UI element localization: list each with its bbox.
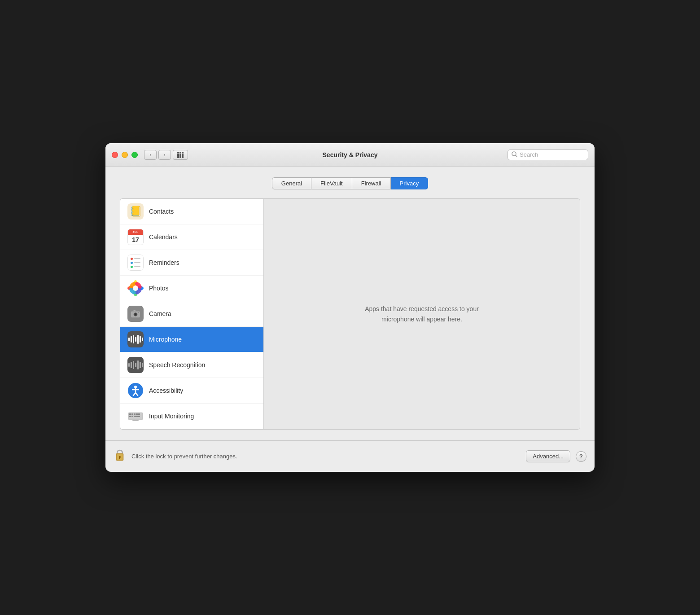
zoom-button[interactable] — [131, 152, 138, 158]
search-icon — [512, 151, 517, 158]
input-label: Input Monitoring — [149, 413, 194, 420]
calendars-icon: JUL 17 — [127, 229, 144, 245]
right-panel: Apps that have requested access to your … — [264, 199, 580, 429]
lock-icon[interactable] — [114, 447, 126, 466]
svg-rect-32 — [138, 416, 140, 417]
lock-text: Click the lock to prevent further change… — [131, 453, 521, 460]
nav-buttons: ‹ › — [144, 150, 171, 160]
grid-button[interactable] — [173, 150, 188, 160]
sidebar-item-photos[interactable]: Photos — [120, 276, 263, 301]
help-button[interactable]: ? — [576, 451, 586, 462]
tab-bar: General FileVault Firewall Privacy — [120, 177, 580, 189]
close-button[interactable] — [112, 152, 118, 158]
sidebar-item-contacts[interactable]: 📒 Contacts — [120, 199, 263, 224]
sidebar-item-calendars[interactable]: JUL 17 Calendars — [120, 224, 263, 250]
minimize-button[interactable] — [122, 152, 128, 158]
svg-rect-25 — [131, 413, 133, 415]
svg-rect-15 — [133, 310, 136, 312]
photos-icon — [127, 280, 144, 296]
svg-rect-31 — [134, 416, 138, 417]
back-button[interactable]: ‹ — [144, 150, 157, 160]
reminders-label: Reminders — [149, 259, 179, 266]
content-area: General FileVault Firewall Privacy 📒 Con… — [105, 167, 595, 440]
svg-point-14 — [135, 313, 137, 316]
forward-button[interactable]: › — [158, 150, 171, 160]
main-window: ‹ › Security & Privacy General — [105, 143, 595, 472]
tab-general[interactable]: General — [272, 177, 311, 189]
advanced-button[interactable]: Advanced... — [526, 450, 570, 462]
camera-icon — [127, 306, 144, 322]
svg-rect-24 — [129, 413, 131, 415]
speech-label: Speech Recognition — [149, 361, 205, 369]
sidebar-list: 📒 Contacts JUL 17 Calendars — [120, 199, 264, 429]
svg-rect-33 — [132, 420, 139, 421]
svg-rect-30 — [131, 416, 133, 417]
sidebar-item-microphone[interactable]: Microphone — [120, 327, 263, 352]
microphone-icon — [127, 331, 144, 347]
sidebar-item-accessibility[interactable]: Accessibility — [120, 378, 263, 404]
bottom-bar: Click the lock to prevent further change… — [105, 440, 595, 472]
empty-message: Apps that have requested access to your … — [354, 304, 489, 324]
sidebar-item-input[interactable]: Input Monitoring — [120, 404, 263, 429]
sidebar-item-camera[interactable]: Camera — [120, 301, 263, 327]
window-title: Security & Privacy — [323, 151, 378, 158]
calendars-label: Calendars — [149, 233, 178, 241]
tab-filevault[interactable]: FileVault — [311, 177, 352, 189]
contacts-label: Contacts — [149, 208, 174, 215]
svg-rect-26 — [134, 413, 136, 415]
svg-point-18 — [134, 386, 137, 388]
main-panel: 📒 Contacts JUL 17 Calendars — [120, 198, 580, 430]
camera-label: Camera — [149, 310, 171, 317]
input-monitoring-icon — [127, 408, 144, 424]
svg-rect-27 — [136, 413, 138, 415]
svg-line-1 — [516, 155, 517, 157]
svg-rect-28 — [138, 413, 140, 415]
accessibility-label: Accessibility — [149, 387, 183, 394]
svg-rect-37 — [119, 457, 120, 459]
titlebar: ‹ › Security & Privacy — [105, 143, 595, 167]
svg-rect-29 — [129, 416, 131, 417]
grid-icon — [177, 152, 184, 158]
tab-firewall[interactable]: Firewall — [352, 177, 391, 189]
svg-point-11 — [133, 286, 138, 291]
contacts-icon: 📒 — [127, 203, 144, 220]
traffic-lights — [112, 152, 138, 158]
tab-privacy[interactable]: Privacy — [391, 177, 429, 189]
reminders-icon — [127, 255, 144, 271]
sidebar-item-speech[interactable]: Speech Recognition — [120, 352, 263, 378]
search-input[interactable] — [520, 151, 584, 158]
speech-icon — [127, 357, 144, 373]
microphone-label: Microphone — [149, 336, 182, 343]
accessibility-icon — [127, 382, 144, 399]
photos-label: Photos — [149, 285, 169, 292]
svg-point-16 — [138, 312, 139, 313]
search-bar[interactable] — [508, 149, 588, 160]
sidebar-item-reminders[interactable]: Reminders — [120, 250, 263, 276]
